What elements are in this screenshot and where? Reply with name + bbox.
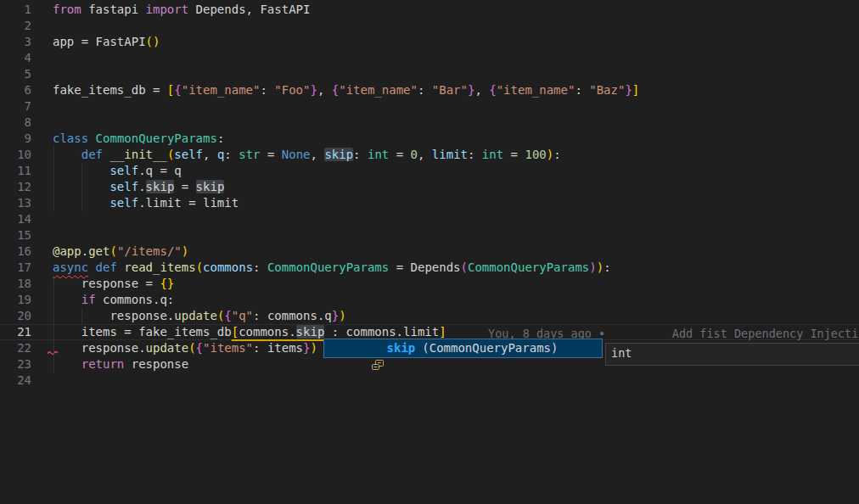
line-number[interactable]: 10	[0, 147, 31, 163]
code-text: self.q = q	[53, 163, 182, 179]
code-text: if commons.q:	[53, 292, 174, 308]
line-number[interactable]: 17	[0, 260, 31, 276]
line-number[interactable]: 8	[0, 115, 31, 131]
code-text: app = FastAPI()	[53, 34, 160, 50]
code-line-24[interactable]: 24	[0, 372, 859, 389]
code-text: class CommonQueryParams:	[53, 131, 224, 147]
code-text: @app.get("/items/")	[53, 244, 188, 260]
line-number[interactable]: 6	[0, 82, 31, 98]
code-line-15[interactable]: 15	[0, 227, 859, 244]
line-number[interactable]: 13	[0, 195, 31, 211]
code-text: response.update({"items": items})	[53, 340, 317, 356]
code-text: response.update({"q": commons.q})	[53, 308, 346, 324]
code-line-20[interactable]: 20 response.update({"q": commons.q})	[0, 308, 859, 324]
code-line-2[interactable]: 2	[0, 18, 859, 34]
line-number[interactable]: 22	[0, 340, 31, 356]
line-number[interactable]: 24	[0, 372, 31, 389]
code-text: fake_items_db = [{"item_name": "Foo"}, {…	[53, 82, 639, 98]
code-text: self.skip = skip	[53, 179, 224, 195]
line-number[interactable]: 11	[0, 163, 31, 179]
code-line-5[interactable]: 5	[0, 66, 859, 82]
line-number[interactable]: 23	[0, 356, 31, 372]
line-number[interactable]: 3	[0, 34, 31, 50]
blame-message: Add fist Dependency Injection c	[672, 326, 859, 341]
line-number[interactable]: 2	[0, 18, 31, 34]
code-line-1[interactable]: 1from fastapi import Depends, FastAPI	[0, 2, 859, 18]
error-squiggle	[48, 350, 59, 356]
code-line-10[interactable]: 10 def __init__(self, q: str = None, ski…	[0, 147, 859, 163]
code-line-8[interactable]: 8	[0, 115, 859, 131]
line-number[interactable]: 5	[0, 66, 31, 82]
suggest-item-skip[interactable]: skip (CommonQueryParams)	[323, 339, 603, 358]
code-line-16[interactable]: 16@app.get("/items/")	[0, 244, 859, 260]
code-text: from fastapi import Depends, FastAPI	[53, 2, 310, 18]
code-area: 1from fastapi import Depends, FastAPI23a…	[0, 0, 859, 504]
suggest-item-signature: (CommonQueryParams)	[422, 340, 558, 356]
code-line-7[interactable]: 7	[0, 98, 859, 115]
code-text: def __init__(self, q: str = None, skip: …	[53, 147, 561, 163]
code-line-18[interactable]: 18 response = {}	[0, 276, 859, 292]
line-number[interactable]: 4	[0, 50, 31, 66]
suggest-details-pane: int	[605, 343, 859, 366]
code-line-17[interactable]: 17async def read_items(commons: CommonQu…	[0, 260, 859, 276]
code-text: async def read_items(commons: CommonQuer…	[53, 260, 611, 276]
line-number[interactable]: 7	[0, 98, 31, 115]
line-number[interactable]: 14	[0, 211, 31, 227]
editor: 1from fastapi import Depends, FastAPI23a…	[0, 0, 859, 504]
code-line-3[interactable]: 3app = FastAPI()	[0, 34, 859, 50]
line-number[interactable]: 9	[0, 131, 31, 147]
field-icon	[328, 342, 385, 356]
code-line-9[interactable]: 9class CommonQueryParams:	[0, 131, 859, 147]
code-text: self.limit = limit	[53, 195, 239, 211]
code-text: response = {}	[53, 276, 174, 292]
code-line-19[interactable]: 19 if commons.q:	[0, 292, 859, 308]
suggest-details-type: int	[611, 346, 632, 360]
memo-icon	[612, 328, 665, 339]
code-line-12[interactable]: 12 self.skip = skip	[0, 179, 859, 195]
line-number[interactable]: 19	[0, 292, 31, 308]
line-number[interactable]: 18	[0, 276, 31, 292]
line-number[interactable]: 20	[0, 308, 31, 324]
code-text: return response	[53, 356, 188, 372]
line-number[interactable]: 16	[0, 244, 31, 260]
code-line-11[interactable]: 11 self.q = q	[0, 163, 859, 179]
code-line-14[interactable]: 14	[0, 211, 859, 227]
code-line-4[interactable]: 4	[0, 50, 859, 66]
line-number[interactable]: 1	[0, 2, 31, 18]
code-line-6[interactable]: 6fake_items_db = [{"item_name": "Foo"}, …	[0, 82, 859, 98]
line-number[interactable]: 21	[0, 324, 31, 340]
line-number[interactable]: 12	[0, 179, 31, 195]
code-line-13[interactable]: 13 self.limit = limit	[0, 195, 859, 211]
line-number[interactable]: 15	[0, 227, 31, 244]
suggest-item-label: skip	[387, 340, 416, 356]
